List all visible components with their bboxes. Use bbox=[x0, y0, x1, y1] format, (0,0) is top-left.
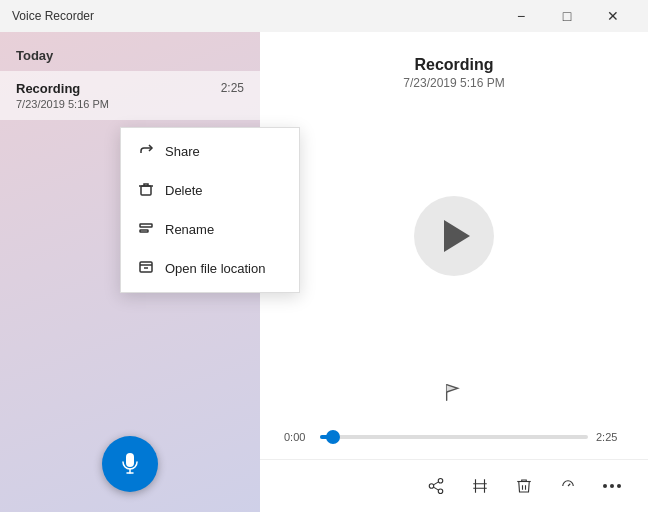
speed-button[interactable] bbox=[548, 468, 588, 504]
context-menu-open-location-label: Open file location bbox=[165, 261, 265, 276]
trim-icon bbox=[471, 477, 489, 495]
play-button[interactable] bbox=[414, 196, 494, 276]
delete-toolbar-icon bbox=[515, 477, 533, 495]
context-menu-share-label: Share bbox=[165, 144, 200, 159]
app-title: Voice Recorder bbox=[12, 9, 94, 23]
recording-item-date: 7/23/2019 5:16 PM bbox=[16, 98, 244, 110]
scrubber-area: 0:00 2:25 bbox=[260, 431, 648, 443]
total-time: 2:25 bbox=[596, 431, 624, 443]
context-menu-delete[interactable]: Delete bbox=[121, 171, 299, 210]
window-controls: − □ ✕ bbox=[498, 0, 636, 32]
trim-button[interactable] bbox=[460, 468, 500, 504]
speed-icon bbox=[559, 477, 577, 495]
scrubber-track[interactable] bbox=[320, 435, 588, 439]
context-menu-share[interactable]: Share bbox=[121, 132, 299, 171]
share-icon bbox=[137, 142, 155, 161]
section-label: Today bbox=[0, 48, 260, 71]
title-bar: Voice Recorder − □ ✕ bbox=[0, 0, 648, 32]
svg-rect-0 bbox=[141, 186, 151, 195]
svg-point-8 bbox=[438, 489, 443, 494]
context-menu-delete-label: Delete bbox=[165, 183, 203, 198]
delete-toolbar-button[interactable] bbox=[504, 468, 544, 504]
recording-item-duration: 2:25 bbox=[221, 81, 244, 95]
svg-rect-3 bbox=[140, 262, 152, 272]
maximize-button[interactable]: □ bbox=[544, 0, 590, 32]
delete-icon bbox=[137, 181, 155, 200]
context-menu-open-location[interactable]: Open file location bbox=[121, 249, 299, 288]
microphone-icon bbox=[118, 452, 142, 476]
svg-line-11 bbox=[568, 484, 570, 486]
play-icon bbox=[444, 220, 470, 252]
context-menu: Share Delete Rename bbox=[120, 127, 300, 293]
detail-date: 7/23/2019 5:16 PM bbox=[403, 76, 504, 90]
left-panel: Today Recording 7/23/2019 5:16 PM 2:25 S… bbox=[0, 32, 260, 512]
svg-point-14 bbox=[617, 484, 621, 488]
context-menu-rename[interactable]: Rename bbox=[121, 210, 299, 249]
app-container: Today Recording 7/23/2019 5:16 PM 2:25 S… bbox=[0, 32, 648, 512]
flag-icon[interactable] bbox=[443, 381, 465, 403]
open-file-location-icon bbox=[137, 259, 155, 278]
flag-area bbox=[443, 381, 465, 407]
right-panel: Recording 7/23/2019 5:16 PM 0:00 2:25 bbox=[260, 32, 648, 512]
recording-list-item[interactable]: Recording 7/23/2019 5:16 PM 2:25 bbox=[0, 71, 260, 120]
svg-line-10 bbox=[433, 482, 438, 485]
record-button[interactable] bbox=[102, 436, 158, 492]
context-menu-rename-label: Rename bbox=[165, 222, 214, 237]
bottom-toolbar bbox=[260, 459, 648, 512]
share-toolbar-button[interactable] bbox=[416, 468, 456, 504]
rename-icon bbox=[137, 220, 155, 239]
svg-rect-1 bbox=[140, 224, 152, 227]
svg-point-7 bbox=[429, 484, 434, 489]
minimize-button[interactable]: − bbox=[498, 0, 544, 32]
svg-point-12 bbox=[603, 484, 607, 488]
svg-point-6 bbox=[438, 479, 443, 484]
svg-point-13 bbox=[610, 484, 614, 488]
more-icon bbox=[603, 484, 621, 488]
svg-rect-2 bbox=[140, 230, 148, 232]
play-area bbox=[414, 90, 494, 381]
title-bar-left: Voice Recorder bbox=[12, 9, 94, 23]
recording-item-title: Recording bbox=[16, 81, 244, 96]
current-time: 0:00 bbox=[284, 431, 312, 443]
share-toolbar-icon bbox=[427, 477, 445, 495]
more-options-button[interactable] bbox=[592, 468, 632, 504]
close-button[interactable]: ✕ bbox=[590, 0, 636, 32]
scrubber-thumb[interactable] bbox=[326, 430, 340, 444]
detail-title: Recording bbox=[414, 56, 493, 74]
svg-line-9 bbox=[433, 487, 438, 490]
